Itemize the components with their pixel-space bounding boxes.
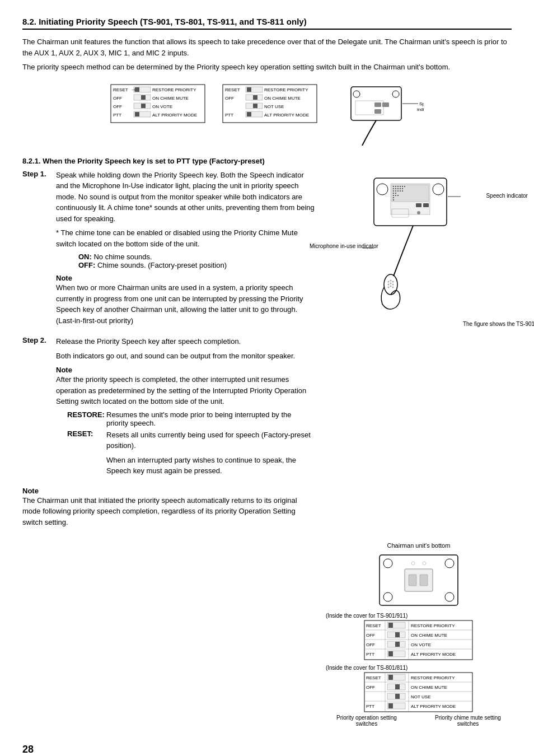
- svg-text:ON   CHIME MUTE: ON CHIME MUTE: [264, 96, 301, 101]
- note3-label: Note: [22, 487, 315, 495]
- svg-text:ON    VOTE: ON VOTE: [152, 104, 172, 109]
- svg-text:⊣: ⊣: [132, 88, 135, 92]
- svg-rect-139: [388, 703, 393, 708]
- svg-text:OFF: OFF: [113, 96, 122, 101]
- svg-rect-50: [395, 186, 396, 187]
- restore-label: RESTORE:: [67, 410, 101, 427]
- svg-point-90: [445, 559, 454, 568]
- svg-point-84: [392, 283, 394, 285]
- svg-text:OFF: OFF: [366, 642, 375, 647]
- svg-point-89: [383, 559, 392, 568]
- step1-main-text: Speak while holding down the Priority Sp…: [56, 170, 315, 225]
- reset-row: RESET: Resets all units currently being …: [67, 430, 315, 480]
- svg-rect-32: [247, 112, 251, 116]
- svg-text:OFF: OFF: [113, 104, 122, 109]
- svg-rect-135: [395, 694, 400, 699]
- svg-point-36: [392, 91, 399, 97]
- reset-label: RESET:: [67, 430, 101, 480]
- intro-para-2: The priority speech method can be determ…: [22, 62, 512, 73]
- svg-rect-69: [397, 195, 399, 196]
- svg-text:RESET: RESET: [366, 623, 381, 628]
- section-821-title: 8.2.1. When the Priority Speech key is s…: [22, 157, 512, 165]
- svg-text:RESTORE PRIORITY: RESTORE PRIORITY: [411, 675, 455, 680]
- on-line: ON: No chime sounds.: [78, 253, 315, 261]
- svg-rect-65: [393, 193, 394, 194]
- svg-rect-38: [374, 102, 381, 107]
- svg-rect-8: [141, 95, 146, 100]
- svg-text:PTT: PTT: [113, 113, 121, 118]
- svg-text:OFF: OFF: [225, 96, 234, 101]
- svg-point-46: [433, 184, 444, 195]
- svg-rect-16: [135, 112, 139, 116]
- svg-rect-21: [247, 87, 251, 92]
- svg-point-83: [390, 282, 391, 284]
- svg-text:PTT: PTT: [366, 704, 374, 709]
- svg-rect-49: [393, 186, 394, 187]
- svg-text:ON   CHIME MUTE: ON CHIME MUTE: [152, 96, 189, 101]
- svg-rect-39: [382, 102, 389, 107]
- note1-text: When two or more Chairman units are used…: [56, 282, 315, 326]
- svg-rect-52: [400, 186, 401, 187]
- svg-text:Speech: Speech: [419, 101, 424, 106]
- svg-text:RESTORE PRIORITY: RESTORE PRIORITY: [264, 87, 308, 92]
- restore-row: RESTORE: Resumes the unit's mode prior t…: [67, 410, 315, 427]
- switch-table-top-left: RESET ⊣ RESTORE PRIORITY OFF ON CHIME MU…: [110, 84, 205, 125]
- svg-text:OFF: OFF: [366, 633, 375, 638]
- svg-point-80: [390, 279, 391, 281]
- svg-rect-58: [400, 188, 401, 189]
- text-column: Step 1. Speak while holding down the Pri…: [22, 170, 315, 531]
- ts801-cover-label: (Inside the cover for TS-801/811): [326, 665, 408, 671]
- bottom-figures: Chairman unit's bottom (Inside the cover…: [326, 542, 512, 727]
- ts901-cover-label: (Inside the cover for TS-901/911): [326, 613, 408, 619]
- off-text: Chime sounds. (Factory-preset position): [97, 261, 227, 269]
- svg-rect-114: [395, 642, 400, 647]
- priority-op-label: Priority operation setting switches: [326, 715, 407, 727]
- svg-rect-3: [135, 87, 139, 92]
- svg-point-78: [384, 274, 397, 295]
- svg-text:ON   CHIME MUTE: ON CHIME MUTE: [411, 633, 447, 638]
- bottom-labels-row: Priority operation setting switches Prio…: [326, 715, 512, 727]
- step2-content: Release the Priority Speech key after sp…: [56, 336, 315, 480]
- svg-rect-48: [392, 185, 429, 202]
- step1-row: Step 1. Speak while holding down the Pri…: [22, 170, 315, 330]
- svg-point-74: [417, 211, 420, 214]
- svg-rect-59: [402, 188, 403, 189]
- svg-text:ON   CHIME MUTE: ON CHIME MUTE: [411, 685, 447, 690]
- svg-text:RESET: RESET: [225, 87, 240, 92]
- off-label: OFF:: [78, 261, 95, 269]
- svg-rect-68: [395, 195, 396, 196]
- svg-rect-63: [400, 190, 401, 192]
- svg-rect-28: [253, 104, 257, 108]
- svg-point-35: [353, 91, 360, 97]
- on-label: ON:: [78, 253, 92, 261]
- note2-label: Note: [56, 366, 315, 374]
- svg-text:PTT: PTT: [225, 113, 233, 118]
- top-diagrams: RESET ⊣ RESTORE PRIORITY OFF ON CHIME MU…: [22, 84, 512, 140]
- svg-text:NOT USE: NOT USE: [411, 694, 430, 699]
- note1-label: Note: [56, 274, 315, 282]
- svg-text:indicator: indicator: [417, 107, 424, 112]
- switch-table-top-right: RESET RESTORE PRIORITY OFF ON CHIME MUTE…: [222, 84, 317, 125]
- step1-content: Speak while holding down the Priority Sp…: [56, 170, 315, 330]
- svg-rect-54: [404, 186, 405, 187]
- svg-rect-118: [388, 651, 393, 656]
- restore-text: Resumes the unit's mode prior to being i…: [106, 410, 315, 427]
- svg-rect-72: [416, 203, 421, 207]
- unit-top-svg: Speech indicator: [334, 84, 424, 146]
- ts901-top-sketch: Speech indicator: [334, 84, 424, 140]
- svg-text:RESTORE PRIORITY: RESTORE PRIORITY: [152, 87, 196, 92]
- svg-text:RESTORE PRIORITY: RESTORE PRIORITY: [411, 623, 455, 628]
- restore-reset-block: RESTORE: Resumes the unit's mode prior t…: [67, 410, 315, 480]
- intro-para-1: The Chairman unit features the function …: [22, 36, 512, 58]
- svg-rect-56: [395, 188, 396, 189]
- svg-point-82: [387, 283, 389, 285]
- bottom-text-placeholder: [22, 542, 315, 727]
- step2-label: Step 2.: [22, 336, 56, 480]
- page-title: 8.2. Initiating Priority Speech (TS-901,…: [22, 17, 512, 30]
- ts901-switch-svg: RESET RESTORE PRIORITY OFF ON CHIME MUTE…: [364, 620, 473, 660]
- off-line: OFF: Chime sounds. (Factory-preset posit…: [78, 261, 315, 269]
- svg-rect-64: [402, 190, 403, 192]
- chairman-bottom-svg: [374, 552, 463, 608]
- svg-text:ON    VOTE: ON VOTE: [411, 642, 431, 647]
- svg-text:ALT PRIORITY MODE: ALT PRIORITY MODE: [411, 652, 456, 657]
